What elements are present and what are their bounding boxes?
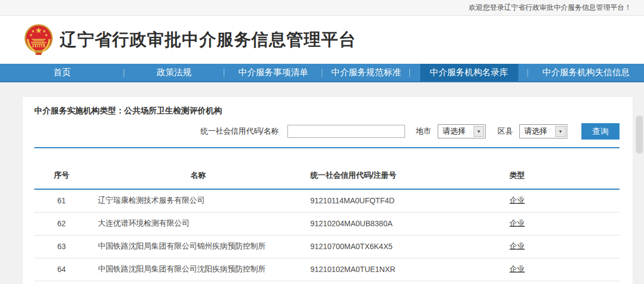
chevron-down-icon: ▼ [474, 126, 484, 137]
col-header-name: 名称 [89, 148, 308, 189]
institutions-table: 序号 名称 统一社会信用代码/注册号 类型 61 辽宁瑞康检测技术服务有限公司 … [34, 148, 620, 284]
national-emblem-icon [24, 23, 53, 56]
site-title: 辽宁省行政审批中介服务信息管理平台 [60, 28, 356, 51]
content-panel: 中介服务实施机构类型：公共场所卫生检测评价机构 统一社会信用代码/名称 地市 请… [23, 97, 633, 284]
code-search-label: 统一社会信用代码/名称 [200, 126, 279, 136]
section-title: 中介服务实施机构类型：公共场所卫生检测评价机构 [34, 106, 620, 116]
code-search-input[interactable] [287, 125, 405, 138]
scrollbar-thumb[interactable] [636, 116, 643, 154]
row-no: 62 [34, 212, 89, 235]
table-header-row: 序号 名称 统一社会信用代码/注册号 类型 [34, 148, 620, 189]
row-code: 91210114MA0UFQTF4D [308, 189, 476, 212]
col-header-code: 统一社会信用代码/注册号 [308, 148, 476, 189]
topbar: 欢迎您登录辽宁省行政审批中介服务信息管理平台！ [0, 0, 644, 16]
row-name: 大连优谱环境检测有限公司 [89, 212, 308, 235]
welcome-text: 欢迎您登录辽宁省行政审批中介服务信息管理平台！ [469, 3, 631, 11]
col-header-type: 类型 [476, 148, 558, 189]
row-code: 91210204MA0UB8380A [308, 212, 476, 235]
row-no: 63 [34, 235, 89, 258]
row-name: 辽宁瑞康检测技术服务有限公司 [89, 189, 308, 212]
row-no: 65 [34, 281, 89, 284]
table-row: 65 丹东中蓝环境检测有限公司 91210603MA0TU8KX9D 企业 [34, 281, 620, 284]
row-type-link[interactable]: 企业 [510, 264, 525, 273]
row-type-link[interactable]: 企业 [510, 196, 525, 204]
search-button[interactable]: 查询 [581, 123, 620, 140]
nav-item-standards[interactable]: 中介服务规范标准 [322, 64, 410, 81]
county-label: 区县 [498, 126, 513, 136]
main-nav: 首页 政策法规 中介服务事项清单 中介服务规范标准 中介服务机构名录库 中介服务… [0, 64, 644, 82]
search-bar: 统一社会信用代码/名称 地市 请选择 ▼ 区县 请选择 ▼ 查询 [34, 123, 620, 140]
table-row: 62 大连优谱环境检测有限公司 91210204MA0UB8380A 企业 [34, 212, 620, 235]
row-no: 61 [34, 189, 89, 212]
row-code: 91210700MA0TX6K4X5 [308, 235, 476, 258]
nav-item-home[interactable]: 首页 [0, 64, 124, 81]
row-no: 64 [34, 258, 89, 281]
nav-item-dishonesty-info[interactable]: 中介服务机构失信信息 [528, 64, 644, 81]
row-code: 91210603MA0TU8KX9D [308, 281, 476, 284]
nav-item-policies[interactable]: 政策法规 [124, 64, 224, 81]
city-label: 地市 [416, 126, 431, 136]
table-row: 63 中国铁路沈阳局集团有限公司锦州疾病预防控制所 91210700MA0TX6… [34, 235, 620, 258]
nav-item-directory-active[interactable]: 中介服务机构名录库 [410, 64, 528, 81]
chevron-down-icon: ▼ [555, 126, 566, 137]
main-content: 中介服务实施机构类型：公共场所卫生检测评价机构 统一社会信用代码/名称 地市 请… [0, 82, 644, 284]
site-header: 辽宁省行政审批中介服务信息管理平台 [0, 16, 644, 64]
row-name: 中国铁路沈阳局集团有限公司沈阳疾病预防控制所 [89, 258, 308, 281]
table-row: 64 中国铁路沈阳局集团有限公司沈阳疾病预防控制所 91210102MA0TUE… [34, 258, 620, 281]
table-row: 61 辽宁瑞康检测技术服务有限公司 91210114MA0UFQTF4D 企业 [34, 189, 620, 212]
row-name: 中国铁路沈阳局集团有限公司锦州疾病预防控制所 [89, 235, 308, 258]
row-name: 丹东中蓝环境检测有限公司 [89, 281, 308, 284]
county-select[interactable]: 请选择 ▼ [519, 124, 567, 138]
row-code: 91210102MA0TUE1NXR [308, 258, 476, 281]
nav-item-service-list[interactable]: 中介服务事项清单 [224, 64, 322, 81]
row-type-link[interactable]: 企业 [510, 219, 525, 227]
row-type-link[interactable]: 企业 [510, 241, 525, 250]
col-header-no: 序号 [34, 148, 89, 189]
city-select[interactable]: 请选择 ▼ [438, 124, 486, 138]
